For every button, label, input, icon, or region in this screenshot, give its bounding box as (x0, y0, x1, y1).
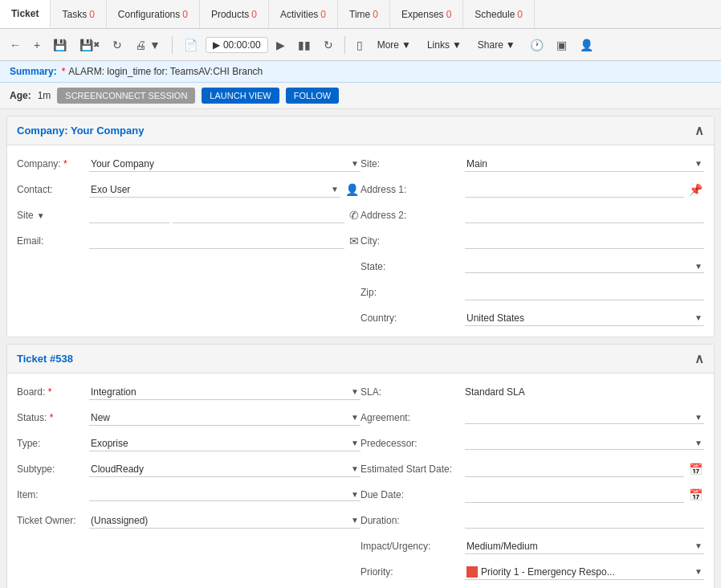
est-start-date-calendar-icon[interactable]: 📅 (687, 463, 704, 476)
state-select[interactable]: ▼ (465, 260, 704, 273)
type-chevron-icon: ▼ (351, 439, 359, 447)
profile-button[interactable]: 👤 (575, 35, 598, 55)
tab-schedule[interactable]: Schedule 0 (463, 0, 535, 28)
save-button[interactable]: 💾 (48, 35, 71, 55)
print-dropdown-button[interactable]: 🖨 ▼ (130, 35, 165, 55)
due-date-input[interactable] (465, 488, 684, 503)
country-field-row: Country: United States ▼ (360, 308, 704, 329)
save-close-button[interactable]: 💾✖ (75, 35, 104, 55)
screenconnect-button[interactable]: SCREENCONNECT SESSION (57, 88, 195, 104)
email-icon[interactable]: ✉ (348, 235, 360, 247)
status-select[interactable]: New ▼ (89, 410, 360, 426)
tab-ticket[interactable]: Ticket (0, 0, 51, 28)
links-dropdown-button[interactable]: Links ▼ (421, 36, 468, 54)
predecessor-select[interactable]: ▼ (465, 437, 704, 450)
subtype-label: Subtype: (17, 463, 89, 475)
predecessor-value: ▼ (465, 437, 704, 450)
site-inline-chevron-icon[interactable]: ▼ (37, 211, 45, 220)
site-select[interactable]: Main ▼ (465, 157, 704, 172)
copy-button[interactable]: 📄 (179, 35, 202, 55)
tab-products[interactable]: Products 0 (200, 0, 269, 28)
ticket-section-header: Ticket #538 ∧ (7, 345, 714, 374)
ticket-owner-label: Ticket Owner: (17, 515, 89, 526)
ticket-collapse-icon[interactable]: ∧ (695, 351, 704, 366)
contact-value: Exo User ▼ 👤 (89, 182, 360, 198)
address2-input[interactable] (465, 208, 704, 223)
back-button[interactable]: ← (5, 35, 26, 55)
contact-person-icon[interactable]: 👤 (344, 183, 360, 196)
launchview-button[interactable]: LAUNCH VIEW (202, 88, 279, 104)
country-select[interactable]: United States ▼ (465, 311, 704, 326)
subtype-select[interactable]: CloudReady ▼ (89, 462, 360, 477)
location-icon[interactable]: 📌 (687, 183, 704, 196)
tab-time[interactable]: Time 0 (338, 0, 390, 28)
refresh-button[interactable]: ↻ (108, 35, 127, 55)
age-value: 1m (38, 90, 51, 101)
ticket-section: Ticket #538 ∧ Board: * Integration ▼ (6, 344, 715, 588)
follow-button[interactable]: FOLLOW (286, 88, 339, 104)
agreement-select[interactable]: ▼ (465, 411, 704, 424)
agreement-chevron-icon: ▼ (695, 413, 703, 422)
screenshot-button[interactable]: ▣ (552, 35, 572, 55)
state-chevron-icon: ▼ (695, 262, 703, 271)
summary-bar: Summary: * ALARM: login_time for: TeamsA… (0, 61, 721, 83)
priority-color-indicator (466, 566, 478, 578)
tab-expenses[interactable]: Expenses 0 (390, 0, 463, 28)
company-select[interactable]: Your Company ▼ (89, 157, 360, 172)
tab-configurations[interactable]: Configurations 0 (107, 0, 200, 28)
predecessor-label: Predecessor: (360, 438, 465, 449)
tab-activities[interactable]: Activities 0 (269, 0, 338, 28)
zip-input[interactable] (465, 285, 704, 300)
due-date-calendar-icon[interactable]: 📅 (687, 488, 704, 501)
more-dropdown-button[interactable]: More ▼ (371, 36, 418, 54)
history-button[interactable]: 🕐 (525, 35, 548, 55)
add-button[interactable]: + (29, 35, 45, 55)
copy2-button[interactable]: ▯ (352, 35, 368, 55)
subtype-select-text: CloudReady (91, 463, 144, 475)
ticket-section-content: Board: * Integration ▼ Status: * New (7, 374, 714, 588)
address1-input[interactable] (465, 182, 684, 198)
site-chevron-icon: ▼ (695, 159, 703, 168)
reset-button[interactable]: ↻ (319, 35, 338, 55)
contact-field-row: Contact: Exo User ▼ 👤 (17, 179, 360, 200)
company-collapse-icon[interactable]: ∧ (695, 123, 704, 138)
stop-button[interactable]: ▮▮ (293, 35, 316, 55)
due-date-value: 📅 (465, 488, 704, 503)
site-inline-input1[interactable] (89, 208, 169, 223)
site-inline-input2[interactable] (173, 208, 344, 223)
item-select[interactable]: ▼ (89, 488, 360, 501)
board-select[interactable]: Integration ▼ (89, 385, 360, 400)
impact-urgency-value: Medium/Medium ▼ (465, 539, 704, 554)
play-button[interactable]: ▶ (271, 35, 290, 55)
share-dropdown-button[interactable]: Share ▼ (471, 36, 522, 54)
contact-select[interactable]: Exo User ▼ (89, 182, 340, 198)
company-select-text: Your Company (91, 158, 154, 169)
est-start-date-field-row: Estimated Start Date: 📅 (360, 459, 704, 480)
ticket-owner-select[interactable]: (Unassigned) ▼ (89, 513, 360, 529)
impact-urgency-select[interactable]: Medium/Medium ▼ (465, 539, 704, 554)
est-start-date-input[interactable] (465, 462, 684, 477)
agreement-value: ▼ (465, 411, 704, 424)
type-select[interactable]: Exoprise ▼ (89, 436, 360, 451)
board-select-text: Integration (91, 386, 136, 398)
city-input[interactable] (465, 234, 704, 249)
zip-field-row: Zip: (360, 282, 704, 303)
country-chevron-icon: ▼ (695, 313, 703, 322)
phone-icon[interactable]: ✆ (348, 209, 360, 222)
email-input[interactable] (89, 234, 344, 249)
tab-tasks[interactable]: Tasks 0 (51, 0, 106, 28)
impact-urgency-field-row: Impact/Urgency: Medium/Medium ▼ (360, 536, 704, 557)
duration-input[interactable] (465, 513, 704, 529)
est-start-date-label: Estimated Start Date: (360, 463, 465, 475)
item-value: ▼ (89, 488, 360, 501)
country-value: United States ▼ (465, 311, 704, 326)
ticket-left-column: Board: * Integration ▼ Status: * New (17, 382, 360, 588)
priority-select[interactable]: Priority 1 - Emergency Respo... ▼ (465, 565, 704, 580)
type-value: Exoprise ▼ (89, 436, 360, 451)
ticket-owner-value: (Unassigned) ▼ (89, 513, 360, 529)
due-date-label: Due Date: (360, 489, 465, 500)
item-field-row: Item: ▼ (17, 484, 360, 505)
priority-value: Priority 1 - Emergency Respo... ▼ (465, 565, 704, 580)
board-label: Board: * (17, 386, 89, 398)
item-label: Item: (17, 489, 89, 500)
